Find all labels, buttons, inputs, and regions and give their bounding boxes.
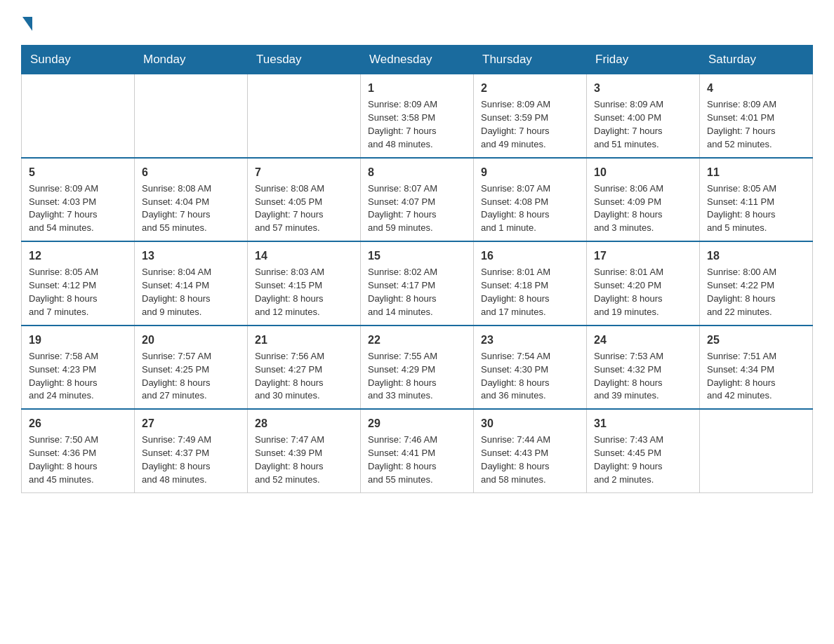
day-number: 10 [594,164,692,180]
day-info: Sunrise: 8:04 AMSunset: 4:14 PMDaylight:… [142,267,211,317]
day-info: Sunrise: 8:01 AMSunset: 4:18 PMDaylight:… [481,267,550,317]
day-info: Sunrise: 8:01 AMSunset: 4:20 PMDaylight:… [594,267,663,317]
calendar-day-cell: 22Sunrise: 7:55 AMSunset: 4:29 PMDayligh… [361,326,474,410]
day-number: 20 [142,332,240,348]
day-number: 19 [29,332,127,348]
calendar-day-cell: 25Sunrise: 7:51 AMSunset: 4:34 PMDayligh… [700,326,813,410]
day-info: Sunrise: 8:07 AMSunset: 4:08 PMDaylight:… [481,183,550,234]
calendar-day-cell: 5Sunrise: 8:09 AMSunset: 4:03 PMDaylight… [22,158,135,242]
day-info: Sunrise: 8:05 AMSunset: 4:11 PMDaylight:… [707,183,776,234]
day-info: Sunrise: 7:49 AMSunset: 4:37 PMDaylight:… [142,434,211,485]
day-info: Sunrise: 7:56 AMSunset: 4:27 PMDaylight:… [255,351,324,401]
calendar-day-cell: 15Sunrise: 8:02 AMSunset: 4:17 PMDayligh… [361,241,474,326]
day-info: Sunrise: 7:46 AMSunset: 4:41 PMDaylight:… [368,434,437,485]
calendar-header-tuesday: Tuesday [248,46,361,74]
calendar-day-cell: 24Sunrise: 7:53 AMSunset: 4:32 PMDayligh… [587,326,700,410]
day-info: Sunrise: 7:47 AMSunset: 4:39 PMDaylight:… [255,434,324,485]
day-number: 21 [255,332,353,348]
calendar-header-thursday: Thursday [474,46,587,74]
day-info: Sunrise: 7:50 AMSunset: 4:36 PMDaylight:… [29,434,98,485]
calendar-day-cell [248,74,361,158]
page-header [21,14,813,31]
calendar-day-cell: 13Sunrise: 8:04 AMSunset: 4:14 PMDayligh… [135,241,248,326]
day-info: Sunrise: 7:55 AMSunset: 4:29 PMDaylight:… [368,351,437,401]
calendar-header-friday: Friday [587,46,700,74]
calendar-day-cell: 11Sunrise: 8:05 AMSunset: 4:11 PMDayligh… [700,158,813,242]
calendar-week-row: 1Sunrise: 8:09 AMSunset: 3:58 PMDaylight… [22,74,813,158]
calendar-week-row: 19Sunrise: 7:58 AMSunset: 4:23 PMDayligh… [22,326,813,410]
calendar-day-cell: 31Sunrise: 7:43 AMSunset: 4:45 PMDayligh… [587,409,700,492]
calendar-day-cell: 1Sunrise: 8:09 AMSunset: 3:58 PMDaylight… [361,74,474,158]
day-number: 4 [707,80,805,96]
calendar-day-cell: 27Sunrise: 7:49 AMSunset: 4:37 PMDayligh… [135,409,248,492]
day-number: 6 [142,164,240,180]
logo-triangle-icon [22,17,32,31]
calendar-day-cell: 30Sunrise: 7:44 AMSunset: 4:43 PMDayligh… [474,409,587,492]
calendar-day-cell: 14Sunrise: 8:03 AMSunset: 4:15 PMDayligh… [248,241,361,326]
day-number: 1 [368,80,466,96]
calendar-header-monday: Monday [135,46,248,74]
day-info: Sunrise: 8:09 AMSunset: 3:59 PMDaylight:… [481,99,550,149]
day-info: Sunrise: 7:54 AMSunset: 4:30 PMDaylight:… [481,351,550,401]
day-info: Sunrise: 8:09 AMSunset: 3:58 PMDaylight:… [368,99,437,149]
calendar-day-cell: 4Sunrise: 8:09 AMSunset: 4:01 PMDaylight… [700,74,813,158]
day-number: 8 [368,164,466,180]
day-info: Sunrise: 8:09 AMSunset: 4:03 PMDaylight:… [29,183,98,234]
calendar-day-cell [22,74,135,158]
day-info: Sunrise: 8:08 AMSunset: 4:05 PMDaylight:… [255,183,324,234]
day-info: Sunrise: 8:08 AMSunset: 4:04 PMDaylight:… [142,183,211,234]
day-info: Sunrise: 8:09 AMSunset: 4:01 PMDaylight:… [707,99,776,149]
day-number: 14 [255,248,353,264]
day-number: 30 [481,415,579,431]
calendar-day-cell: 8Sunrise: 8:07 AMSunset: 4:07 PMDaylight… [361,158,474,242]
logo [21,14,32,31]
calendar-week-row: 5Sunrise: 8:09 AMSunset: 4:03 PMDaylight… [22,158,813,242]
calendar-week-row: 26Sunrise: 7:50 AMSunset: 4:36 PMDayligh… [22,409,813,492]
day-number: 15 [368,248,466,264]
day-info: Sunrise: 7:58 AMSunset: 4:23 PMDaylight:… [29,351,98,401]
calendar-day-cell: 12Sunrise: 8:05 AMSunset: 4:12 PMDayligh… [22,241,135,326]
day-number: 2 [481,80,579,96]
day-number: 16 [481,248,579,264]
day-number: 7 [255,164,353,180]
day-number: 28 [255,415,353,431]
day-number: 13 [142,248,240,264]
calendar-day-cell: 6Sunrise: 8:08 AMSunset: 4:04 PMDaylight… [135,158,248,242]
day-info: Sunrise: 8:09 AMSunset: 4:00 PMDaylight:… [594,99,663,149]
calendar-header-wednesday: Wednesday [361,46,474,74]
day-number: 29 [368,415,466,431]
day-info: Sunrise: 8:00 AMSunset: 4:22 PMDaylight:… [707,267,776,317]
calendar-day-cell: 10Sunrise: 8:06 AMSunset: 4:09 PMDayligh… [587,158,700,242]
calendar-day-cell: 29Sunrise: 7:46 AMSunset: 4:41 PMDayligh… [361,409,474,492]
calendar-day-cell: 23Sunrise: 7:54 AMSunset: 4:30 PMDayligh… [474,326,587,410]
calendar-day-cell [700,409,813,492]
day-number: 27 [142,415,240,431]
day-number: 12 [29,248,127,264]
day-number: 25 [707,332,805,348]
day-info: Sunrise: 8:03 AMSunset: 4:15 PMDaylight:… [255,267,324,317]
day-info: Sunrise: 7:53 AMSunset: 4:32 PMDaylight:… [594,351,663,401]
calendar-header-sunday: Sunday [22,46,135,74]
calendar-day-cell: 3Sunrise: 8:09 AMSunset: 4:00 PMDaylight… [587,74,700,158]
day-info: Sunrise: 7:44 AMSunset: 4:43 PMDaylight:… [481,434,550,485]
calendar-header-saturday: Saturday [700,46,813,74]
calendar-header-row: SundayMondayTuesdayWednesdayThursdayFrid… [22,46,813,74]
day-info: Sunrise: 7:57 AMSunset: 4:25 PMDaylight:… [142,351,211,401]
day-number: 23 [481,332,579,348]
day-info: Sunrise: 8:02 AMSunset: 4:17 PMDaylight:… [368,267,437,317]
calendar-day-cell: 2Sunrise: 8:09 AMSunset: 3:59 PMDaylight… [474,74,587,158]
calendar-day-cell: 19Sunrise: 7:58 AMSunset: 4:23 PMDayligh… [22,326,135,410]
calendar-week-row: 12Sunrise: 8:05 AMSunset: 4:12 PMDayligh… [22,241,813,326]
day-number: 9 [481,164,579,180]
calendar-day-cell: 7Sunrise: 8:08 AMSunset: 4:05 PMDaylight… [248,158,361,242]
calendar-day-cell: 21Sunrise: 7:56 AMSunset: 4:27 PMDayligh… [248,326,361,410]
calendar-day-cell [135,74,248,158]
day-number: 24 [594,332,692,348]
calendar-day-cell: 9Sunrise: 8:07 AMSunset: 4:08 PMDaylight… [474,158,587,242]
day-number: 18 [707,248,805,264]
day-number: 31 [594,415,692,431]
calendar-day-cell: 18Sunrise: 8:00 AMSunset: 4:22 PMDayligh… [700,241,813,326]
day-info: Sunrise: 7:51 AMSunset: 4:34 PMDaylight:… [707,351,776,401]
calendar-day-cell: 16Sunrise: 8:01 AMSunset: 4:18 PMDayligh… [474,241,587,326]
calendar-table: SundayMondayTuesdayWednesdayThursdayFrid… [21,45,813,493]
